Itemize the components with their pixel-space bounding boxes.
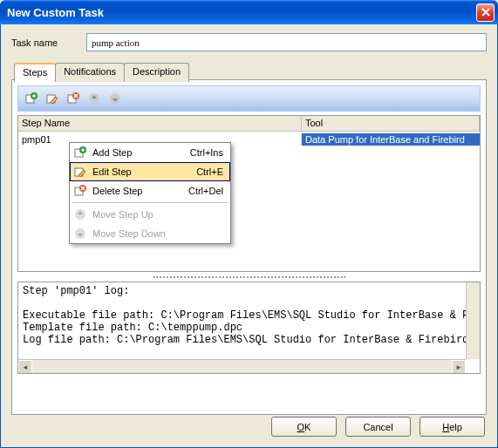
tab-description[interactable]: Description — [124, 63, 189, 82]
up-icon — [73, 207, 87, 221]
taskname-row: Task name — [11, 33, 487, 51]
menu-edit-step[interactable]: Edit Step Ctrl+E — [70, 162, 230, 181]
menu-add-step[interactable]: Add Step Ctrl+Ins — [70, 143, 230, 162]
menu-moveup-label: Move Step Up — [92, 209, 223, 220]
menu-delete-step[interactable]: Delete Step Ctrl+Del — [70, 181, 230, 200]
tab-row: Steps Notifications Description — [14, 63, 188, 82]
log-hscroll[interactable]: ◄ ► — [18, 359, 466, 373]
cancel-button[interactable]: Cancel — [345, 417, 411, 437]
col-stepname[interactable]: Step Name — [18, 116, 302, 131]
down-icon — [73, 227, 87, 241]
toolbar-add-step[interactable] — [23, 90, 40, 107]
log-content: Step 'pmp01' log: Executable file path: … — [18, 282, 480, 349]
steps-grid: Step Name Tool pmp01 Data Pump for Inter… — [17, 115, 481, 272]
splitter[interactable] — [17, 274, 481, 280]
window-title: New Custom Task — [7, 6, 476, 19]
menu-edit-label: Edit Step — [92, 166, 191, 177]
tab-steps[interactable]: Steps — [14, 63, 56, 82]
taskname-label: Task name — [11, 37, 72, 48]
context-menu: Add Step Ctrl+Ins Edit Step Ctrl+E Delet… — [69, 142, 231, 244]
menu-edit-shortcut: Ctrl+E — [196, 166, 223, 177]
menu-move-down: Move Step Down — [70, 224, 230, 243]
add-icon — [73, 146, 87, 160]
tabs-panel: Steps Notifications Description Step Nam… — [11, 79, 487, 415]
scroll-right-icon[interactable]: ► — [452, 360, 466, 374]
cell-tool: Data Pump for InterBase and Firebird — [302, 133, 480, 146]
steps-toolbar — [17, 85, 481, 112]
menu-delete-label: Delete Step — [92, 186, 183, 196]
log-vscroll[interactable] — [466, 282, 480, 359]
delete-icon — [73, 184, 87, 198]
tab-notifications[interactable]: Notifications — [55, 63, 125, 82]
dialog-footer: OK Cancel Help — [271, 417, 485, 437]
menu-add-shortcut: Ctrl+Ins — [190, 147, 223, 158]
menu-add-label: Add Step — [92, 147, 185, 158]
scroll-left-icon[interactable]: ◄ — [18, 360, 32, 374]
toolbar-move-down[interactable] — [106, 90, 124, 107]
close-button[interactable] — [476, 3, 495, 22]
grid-header: Step Name Tool — [18, 116, 480, 132]
menu-move-up: Move Step Up — [70, 205, 230, 224]
col-tool[interactable]: Tool — [302, 116, 480, 131]
toolbar-delete-step[interactable] — [65, 90, 82, 107]
toolbar-move-up[interactable] — [85, 90, 103, 107]
menu-movedown-label: Move Step Down — [92, 228, 223, 239]
menu-delete-shortcut: Ctrl+Del — [188, 186, 223, 196]
dialog-body: Task name Steps Notifications Descriptio… — [0, 24, 498, 448]
taskname-input[interactable] — [86, 33, 487, 51]
help-button[interactable]: Help — [420, 417, 485, 437]
ok-button[interactable]: OK — [271, 417, 337, 437]
title-bar: New Custom Task — [0, 0, 498, 24]
menu-separator — [72, 202, 228, 203]
edit-icon — [73, 165, 87, 179]
toolbar-edit-step[interactable] — [44, 90, 61, 107]
log-panel: Step 'pmp01' log: Executable file path: … — [17, 282, 481, 374]
